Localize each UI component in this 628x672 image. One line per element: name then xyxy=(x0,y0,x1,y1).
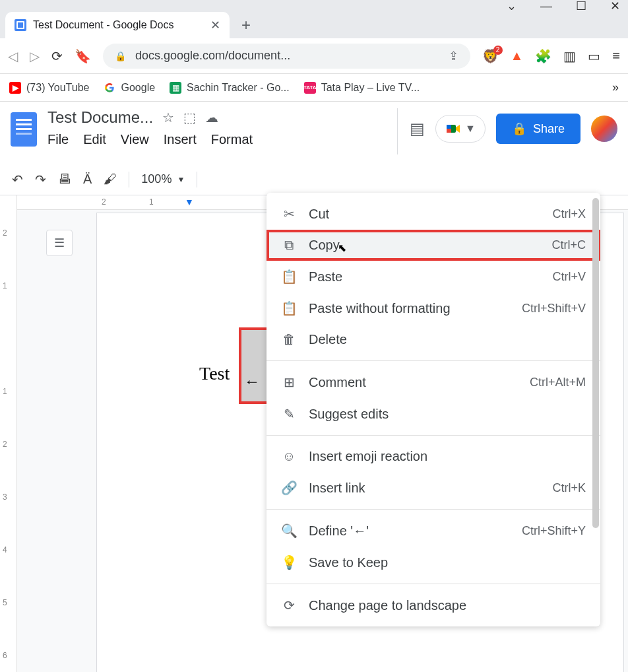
context-menu-label: Cut xyxy=(309,207,540,222)
context-menu-define[interactable]: 🔍Define '←'Ctrl+Shift+Y xyxy=(267,515,600,547)
context-menu-shortcut: Ctrl+K xyxy=(552,481,586,495)
nav-back-icon[interactable]: ◁ xyxy=(8,48,18,64)
tata-icon: TATA xyxy=(304,82,316,94)
bookmark-icon[interactable]: 🔖 xyxy=(75,48,91,64)
brave-shield-icon[interactable]: 🦁2 xyxy=(482,48,499,64)
tab-title: Test Document - Google Docs xyxy=(33,19,204,31)
chevron-down-icon: ▼ xyxy=(177,175,185,184)
extensions-icon[interactable]: 🧩 xyxy=(535,48,551,64)
context-menu-separator xyxy=(267,435,600,436)
avatar[interactable] xyxy=(591,116,617,142)
paste-plain-icon: 📋 xyxy=(281,300,297,316)
menu-view[interactable]: View xyxy=(121,132,149,147)
nav-forward-icon: ▷ xyxy=(30,48,40,64)
emoji-icon: ☺ xyxy=(281,449,297,464)
browser-tab[interactable]: Test Document - Google Docs ✕ xyxy=(5,12,230,38)
new-tab-button[interactable]: + xyxy=(241,16,251,34)
star-icon[interactable]: ☆ xyxy=(162,110,174,125)
cloud-status-icon[interactable]: ☁ xyxy=(205,110,218,125)
redo-icon[interactable]: ↷ xyxy=(35,172,46,187)
sheets-icon: ▦ xyxy=(170,82,181,94)
context-menu-landscape[interactable]: ⟳Change page to landscape xyxy=(267,589,600,621)
menu-icon[interactable]: ≡ xyxy=(612,48,620,63)
undo-icon[interactable]: ↶ xyxy=(12,172,23,187)
context-menu-label: Suggest edits xyxy=(309,407,574,422)
wallet-icon[interactable]: ▭ xyxy=(588,48,600,64)
lock-icon: 🔒 xyxy=(115,51,126,61)
paint-format-icon[interactable]: 🖌 xyxy=(104,172,117,187)
context-menu-emoji[interactable]: ☺Insert emoji reaction xyxy=(267,441,600,472)
link-icon: 🔗 xyxy=(281,480,297,496)
print-icon[interactable]: 🖶 xyxy=(58,172,71,187)
url-input[interactable]: 🔒 docs.google.com/document... ⇪ xyxy=(103,44,470,69)
browser-chrome: ⌄ — ☐ ✕ Test Document - Google Docs ✕ + xyxy=(0,0,628,38)
comments-icon[interactable]: ▤ xyxy=(410,119,425,138)
context-menu-label: Change page to landscape xyxy=(309,598,574,613)
menu-bar: File Edit View Insert Format xyxy=(47,132,385,147)
docs-logo-icon[interactable] xyxy=(11,112,37,147)
context-menu-label: Insert link xyxy=(309,481,540,496)
zoom-select[interactable]: 100% ▼ xyxy=(141,172,185,186)
outline-toggle-button[interactable]: ☰ xyxy=(46,230,73,256)
context-menu-suggest[interactable]: ✎Suggest edits xyxy=(267,398,600,430)
menu-format[interactable]: Format xyxy=(211,132,253,147)
context-menu-keep[interactable]: 💡Save to Keep xyxy=(267,547,600,578)
context-menu-link[interactable]: 🔗Insert linkCtrl+K xyxy=(267,472,600,504)
move-icon[interactable]: ⬚ xyxy=(183,110,196,125)
context-menu-shortcut: Ctrl+C xyxy=(551,238,586,252)
url-text: docs.google.com/document... xyxy=(135,49,439,63)
bookmark-youtube[interactable]: ▶ (73) YouTube xyxy=(9,82,89,94)
scrollbar[interactable] xyxy=(592,198,599,528)
context-menu-label: Paste without formatting xyxy=(309,301,510,316)
context-menu-shortcut: Ctrl+Shift+Y xyxy=(522,524,586,538)
window-minimize-icon[interactable]: — xyxy=(540,0,552,13)
menu-insert[interactable]: Insert xyxy=(164,132,197,147)
context-menu-paste[interactable]: 📋PasteCtrl+V xyxy=(267,261,600,292)
window-maximize-icon[interactable]: ☐ xyxy=(576,0,586,13)
sidepanel-icon[interactable]: ▥ xyxy=(563,48,576,64)
brave-logo-icon[interactable]: ▲ xyxy=(511,48,524,63)
context-menu-label: Copy xyxy=(309,238,540,253)
google-icon xyxy=(104,82,115,94)
comment-icon: ⊞ xyxy=(281,374,297,390)
window-dropdown-icon[interactable]: ⌄ xyxy=(507,0,517,13)
context-menu-delete[interactable]: 🗑Delete xyxy=(267,324,600,355)
share-button[interactable]: 🔒 Share xyxy=(496,114,581,144)
nav-reload-icon[interactable]: ⟳ xyxy=(51,48,63,64)
context-menu-paste-plain[interactable]: 📋Paste without formattingCtrl+Shift+V xyxy=(267,292,600,324)
context-menu-label: Save to Keep xyxy=(309,555,574,570)
document-title[interactable]: Test Docume... xyxy=(47,108,153,127)
context-menu-label: Paste xyxy=(309,269,540,285)
context-menu-shortcut: Ctrl+X xyxy=(552,207,586,221)
divider xyxy=(397,108,398,154)
context-menu-shortcut: Ctrl+Alt+M xyxy=(530,376,586,389)
lock-icon: 🔒 xyxy=(512,121,526,136)
bookmarks-overflow-icon[interactable]: » xyxy=(612,81,619,94)
bookmark-tata[interactable]: TATA Tata Play – Live TV... xyxy=(304,82,420,94)
separator xyxy=(197,172,197,187)
context-menu-shortcut: Ctrl+Shift+V xyxy=(522,302,586,316)
window-controls: ⌄ — ☐ ✕ xyxy=(0,0,628,12)
vertical-ruler: 2 1 1 2 3 4 5 6 xyxy=(0,195,17,672)
meet-button[interactable]: ▼ xyxy=(435,115,486,143)
docs-header: Test Docume... ☆ ⬚ ☁ File Edit View Inse… xyxy=(0,102,628,164)
context-menu: ✂CutCtrl+X⧉CopyCtrl+C📋PasteCtrl+V📋Paste … xyxy=(267,193,600,626)
copy-icon: ⧉ xyxy=(281,238,297,253)
bookmark-google[interactable]: Google xyxy=(104,82,155,94)
spellcheck-icon[interactable]: Ä xyxy=(83,172,92,187)
share-url-icon[interactable]: ⇪ xyxy=(449,49,458,63)
context-menu-comment[interactable]: ⊞CommentCtrl+Alt+M xyxy=(267,366,600,398)
context-menu-copy[interactable]: ⧉CopyCtrl+C xyxy=(267,230,600,261)
bookmark-sheets[interactable]: ▦ Sachin Tracker - Go... xyxy=(170,82,290,94)
context-menu-shortcut: Ctrl+V xyxy=(552,270,586,284)
suggest-icon: ✎ xyxy=(281,406,297,422)
indent-marker-icon[interactable]: ▼ xyxy=(185,197,194,207)
menu-file[interactable]: File xyxy=(47,132,69,147)
menu-edit[interactable]: Edit xyxy=(83,132,106,147)
tab-close-icon[interactable]: ✕ xyxy=(210,18,220,32)
bookmarks-bar: ▶ (73) YouTube Google ▦ Sachin Tracker -… xyxy=(0,74,628,102)
window-close-icon[interactable]: ✕ xyxy=(610,0,620,13)
context-menu-cut[interactable]: ✂CutCtrl+X xyxy=(267,198,600,230)
toolbar: ↶ ↷ 🖶 Ä 🖌 100% ▼ xyxy=(0,164,628,195)
arrow-character: ← xyxy=(244,372,260,391)
